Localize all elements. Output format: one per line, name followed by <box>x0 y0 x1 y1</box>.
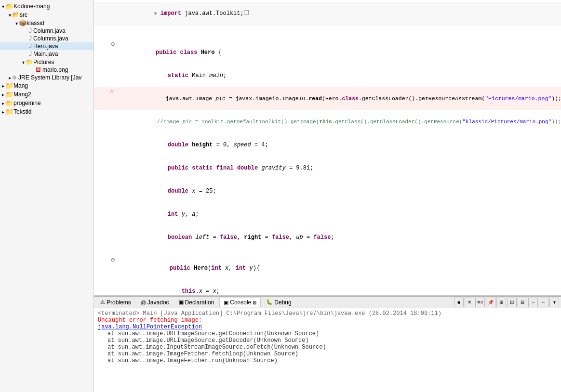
java-file-icon: J <box>29 35 32 42</box>
project-icon: 📁 <box>5 91 13 98</box>
arrow-icon <box>2 108 5 115</box>
java-file-icon: J <box>29 43 32 50</box>
stack-trace-line-3: at sun.awt.image.InputStreamImageSource.… <box>98 344 557 351</box>
code-text: java.awt.Image pic = javax.imageio.Image… <box>115 87 561 110</box>
sidebar-item-label: progemine <box>13 100 41 106</box>
sidebar-item-label: klassid <box>27 20 44 26</box>
arrow-icon <box>2 100 5 106</box>
sidebar-item-mang[interactable]: 📁 Mang <box>0 81 94 90</box>
error-message-1: Uncaught error fetching image: <box>98 317 557 324</box>
code-line-constructor: ⊖ public Hero(int x, int y){ <box>94 257 561 280</box>
code-text: public static final double gravity = 9.8… <box>115 157 313 180</box>
console-icon: ▣ <box>224 300 228 306</box>
sidebar: 📁 Kodune-mang 📂 src 📦 klassid J Column.j… <box>0 0 94 392</box>
tab-debug[interactable]: 🐛 Debug <box>262 298 295 307</box>
tab-label: Console <box>230 299 251 306</box>
code-line: public static final double gravity = 9.8… <box>94 157 561 180</box>
stack-trace-line-5: at sun.awt.image.ImageFetcher.run(Unknow… <box>98 357 557 364</box>
sidebar-item-label: Columns.java <box>33 35 68 42</box>
arrow-icon <box>2 3 5 10</box>
code-text: this.x = x; <box>115 280 220 296</box>
code-line <box>94 33 561 41</box>
stack-trace-line-4: at sun.awt.image.ImageFetcher.fetchloop(… <box>98 351 557 357</box>
code-line: double x = 25; <box>94 180 561 203</box>
collapse-button[interactable]: ⊖ <box>108 41 117 48</box>
sidebar-item-main-java[interactable]: J Main.java <box>0 50 94 58</box>
code-text: static Main main; <box>115 64 227 87</box>
code-line-comment: //Image pic = Toolkit.getDefaultToolkit(… <box>94 110 561 133</box>
declaration-icon: ▣ <box>179 299 184 305</box>
sidebar-item-pictures[interactable]: 📁 Pictures <box>0 58 94 66</box>
stop-button[interactable]: ■ <box>454 298 464 307</box>
tab-console[interactable]: ▣ Console ⊠ <box>219 298 261 307</box>
sidebar-item-jre[interactable]: ⚙ JRE System Library [Jav <box>0 74 94 81</box>
stack-trace-line-1: at sun.awt.image.URLImageSource.getConne… <box>98 330 557 337</box>
arrow-icon <box>2 82 5 89</box>
sidebar-item-kodune-mang[interactable]: 📁 Kodune-mang <box>0 2 94 11</box>
folder-icon: 📁 <box>26 58 33 65</box>
error-link[interactable]: java.lang.NullPointerException <box>98 324 557 330</box>
console-linked-icon: ⊠ <box>253 300 256 305</box>
arrow-icon <box>9 74 12 81</box>
sidebar-item-label: Mang <box>13 82 28 89</box>
close-button[interactable]: ✕ <box>465 298 474 307</box>
close-all-button[interactable]: ✕≡ <box>475 298 485 307</box>
arrow-icon <box>15 20 19 26</box>
tab-declaration[interactable]: ▣ Declaration <box>174 298 219 307</box>
code-line: boolean left = false, right = false, up … <box>94 226 561 249</box>
bottom-panel: ⚠ Problems @ Javadoc ▣ Declaration ▣ Con… <box>94 296 561 392</box>
tab-label: Javadoc <box>147 299 169 306</box>
sidebar-item-tekstid[interactable]: 📁 Tekstid <box>0 107 94 116</box>
code-text <box>115 26 122 33</box>
pin-button[interactable]: 📌 <box>486 298 495 307</box>
menu-button[interactable]: ▾ <box>549 298 559 307</box>
code-text: double height = 0, speed = 4; <box>115 133 268 157</box>
sidebar-item-label: Mang2 <box>13 91 31 98</box>
error-marker: ⚠ <box>110 87 113 95</box>
code-text <box>115 33 122 41</box>
export-button[interactable]: → <box>528 298 538 307</box>
tab-label: Declaration <box>185 299 214 306</box>
src-icon: 📂 <box>12 11 20 18</box>
java-file-icon: J <box>29 27 32 34</box>
maximize-button[interactable]: ⊞ <box>496 298 506 307</box>
restore-button[interactable]: ⊡ <box>507 298 517 307</box>
debug-icon: 🐛 <box>266 299 273 305</box>
sidebar-item-mang2[interactable]: 📁 Mang2 <box>0 90 94 99</box>
sidebar-item-label: src <box>20 12 27 18</box>
sidebar-item-columns-java[interactable]: J Columns.java <box>0 35 94 42</box>
code-text: public class Hero { <box>117 41 222 64</box>
import-text: ⊕ import java.awt.Toolkit; <box>115 2 249 25</box>
sidebar-item-progemine[interactable]: 📁 progemine <box>0 99 94 107</box>
project-icon: 📁 <box>5 99 13 107</box>
code-editor[interactable]: ⊕ import java.awt.Toolkit; ⊖ public clas… <box>94 0 561 296</box>
package-icon: 📦 <box>19 19 27 26</box>
sidebar-item-label: mario.png <box>42 66 68 73</box>
tab-javadoc[interactable]: @ Javadoc <box>136 298 174 307</box>
sidebar-item-hero-java[interactable]: J Hero.java <box>0 42 94 50</box>
sidebar-item-column-java[interactable]: J Column.java <box>0 27 94 35</box>
sidebar-item-label: Main.java <box>33 51 58 57</box>
code-line: double height = 0, speed = 4; <box>94 133 561 157</box>
layout-button[interactable]: ⊟ <box>518 298 527 307</box>
import-button[interactable]: ← <box>539 298 548 307</box>
sidebar-item-src[interactable]: 📂 src <box>0 11 94 19</box>
code-text: boolean left = false, right = false, up … <box>115 226 334 249</box>
code-line: this.x = x; <box>94 280 561 296</box>
code-line: static Main main; <box>94 64 561 87</box>
sidebar-item-mario-png[interactable]: 🖼 mario.png <box>0 66 94 74</box>
javadoc-icon: @ <box>141 300 146 305</box>
lib-icon: ⚙ <box>12 75 17 81</box>
code-line-class: ⊖ public class Hero { <box>94 41 561 64</box>
code-text: public Hero(int x, int y){ <box>117 257 260 280</box>
sidebar-item-label: Hero.java <box>33 43 58 50</box>
tab-problems[interactable]: ⚠ Problems <box>96 298 135 307</box>
sidebar-item-label: JRE System Library [Jav <box>18 74 81 81</box>
sidebar-item-label: Tekstid <box>13 108 31 115</box>
collapse-button[interactable]: ⊖ <box>108 257 117 263</box>
console-output: <terminated> Main [Java Application] C:\… <box>94 308 561 392</box>
import-line: ⊕ import java.awt.Toolkit; <box>94 2 561 26</box>
sidebar-item-klassid[interactable]: 📦 klassid <box>0 19 94 27</box>
panel-tab-bar: ⚠ Problems @ Javadoc ▣ Declaration ▣ Con… <box>94 297 561 308</box>
sidebar-item-label: Column.java <box>33 27 66 34</box>
